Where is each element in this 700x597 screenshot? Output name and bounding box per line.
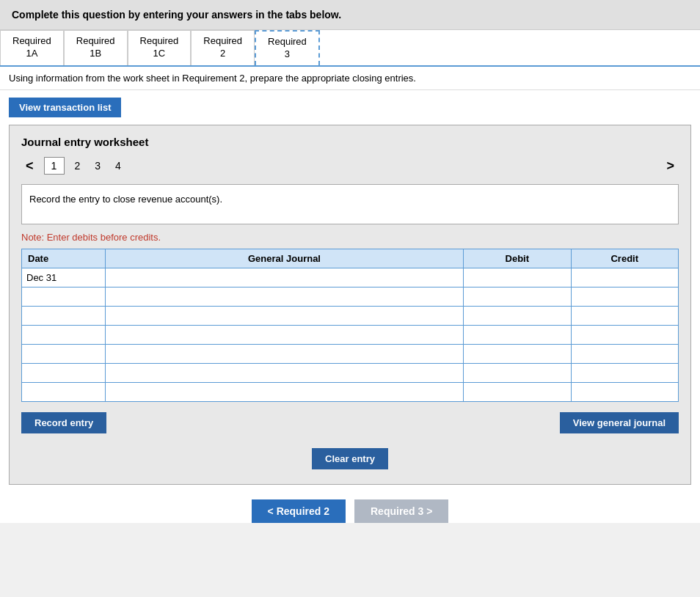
page-1-number[interactable]: 1	[44, 157, 65, 175]
navigation-row: < 1 2 3 4 >	[21, 157, 679, 175]
date-cell-7	[22, 382, 106, 401]
gj-input-2[interactable]	[106, 287, 463, 306]
gj-input-3[interactable]	[106, 307, 463, 325]
tab-required-3[interactable]: Required3	[255, 30, 320, 65]
col-header-debit: Debit	[464, 249, 571, 268]
tab-required-1a[interactable]: Required1A	[0, 30, 64, 65]
credit-cell-1[interactable]	[571, 268, 678, 287]
credit-cell-6[interactable]	[571, 363, 678, 382]
view-general-journal-button[interactable]: View general journal	[560, 412, 679, 433]
instruction-text: Using information from the work sheet in…	[0, 67, 700, 90]
credit-input-3[interactable]	[572, 307, 678, 325]
col-header-gj: General Journal	[105, 249, 463, 268]
page-2-number[interactable]: 2	[70, 158, 85, 174]
table-row: Dec 31	[22, 268, 679, 287]
table-row	[22, 344, 679, 363]
debit-input-7[interactable]	[464, 383, 570, 401]
note-text: Note: Enter debits before credits.	[21, 232, 679, 243]
gj-cell-6[interactable]	[105, 363, 463, 382]
gj-input-5[interactable]	[106, 345, 463, 363]
debit-cell-3[interactable]	[464, 306, 571, 325]
view-transaction-button[interactable]: View transaction list	[9, 98, 121, 117]
gj-cell-5[interactable]	[105, 344, 463, 363]
gj-cell-3[interactable]	[105, 306, 463, 325]
next-required-button[interactable]: Required 3 >	[354, 499, 448, 523]
date-cell-3	[22, 306, 106, 325]
prev-page-arrow[interactable]: <	[21, 157, 38, 175]
gj-cell-7[interactable]	[105, 382, 463, 401]
debit-input-2[interactable]	[464, 287, 570, 306]
date-cell-6	[22, 363, 106, 382]
tab-required-1c[interactable]: Required1C	[128, 30, 192, 65]
col-header-date: Date	[22, 249, 106, 268]
credit-cell-3[interactable]	[571, 306, 678, 325]
debit-cell-4[interactable]	[464, 325, 571, 344]
clear-entry-button[interactable]: Clear entry	[312, 448, 388, 469]
debit-cell-1[interactable]	[464, 268, 571, 287]
credit-input-4[interactable]	[572, 326, 678, 344]
table-row	[22, 363, 679, 382]
table-row	[22, 306, 679, 325]
debit-cell-2[interactable]	[464, 287, 571, 306]
col-header-credit: Credit	[571, 249, 678, 268]
action-buttons-row: Record entry View general journal	[21, 412, 679, 433]
credit-cell-4[interactable]	[571, 325, 678, 344]
table-row	[22, 325, 679, 344]
journal-table: Date General Journal Debit Credit Dec 31	[21, 249, 679, 402]
credit-cell-2[interactable]	[571, 287, 678, 306]
date-cell-1: Dec 31	[22, 268, 106, 287]
debit-input-3[interactable]	[464, 307, 570, 325]
debit-input-1[interactable]	[464, 268, 570, 287]
debit-input-5[interactable]	[464, 345, 570, 363]
credit-input-1[interactable]	[572, 268, 678, 287]
journal-title: Journal entry worksheet	[21, 136, 679, 148]
credit-input-2[interactable]	[572, 287, 678, 306]
debit-input-4[interactable]	[464, 326, 570, 344]
prev-required-button[interactable]: < Required 2	[252, 499, 346, 523]
debit-cell-6[interactable]	[464, 363, 571, 382]
debit-input-6[interactable]	[464, 364, 570, 382]
tabs-row: Required1A Required1B Required1C Require…	[0, 30, 700, 67]
credit-input-6[interactable]	[572, 364, 678, 382]
credit-cell-7[interactable]	[571, 382, 678, 401]
debit-cell-7[interactable]	[464, 382, 571, 401]
debit-cell-5[interactable]	[464, 344, 571, 363]
table-row	[22, 382, 679, 401]
credit-cell-5[interactable]	[571, 344, 678, 363]
gj-input-6[interactable]	[106, 364, 463, 382]
credit-input-7[interactable]	[572, 383, 678, 401]
date-cell-5	[22, 344, 106, 363]
header-text: Complete this question by entering your …	[12, 9, 341, 21]
tab-required-2[interactable]: Required2	[191, 30, 255, 65]
gj-input-1[interactable]	[106, 268, 463, 287]
tab-required-1b[interactable]: Required1B	[64, 30, 128, 65]
gj-cell-2[interactable]	[105, 287, 463, 306]
gj-cell-1[interactable]	[105, 268, 463, 287]
next-page-arrow[interactable]: >	[662, 157, 679, 175]
credit-input-5[interactable]	[572, 345, 678, 363]
header-banner: Complete this question by entering your …	[0, 0, 700, 30]
gj-cell-4[interactable]	[105, 325, 463, 344]
entry-description: Record the entry to close revenue accoun…	[21, 184, 679, 224]
gj-input-7[interactable]	[106, 383, 463, 401]
gj-input-4[interactable]	[106, 326, 463, 344]
bottom-navigation: < Required 2 Required 3 >	[0, 499, 700, 523]
page-4-number[interactable]: 4	[111, 158, 125, 174]
table-row	[22, 287, 679, 306]
date-cell-4	[22, 325, 106, 344]
journal-box: Journal entry worksheet < 1 2 3 4 > Reco…	[9, 125, 691, 485]
page-3-number[interactable]: 3	[90, 158, 105, 174]
date-cell-2	[22, 287, 106, 306]
record-entry-button[interactable]: Record entry	[21, 412, 106, 433]
